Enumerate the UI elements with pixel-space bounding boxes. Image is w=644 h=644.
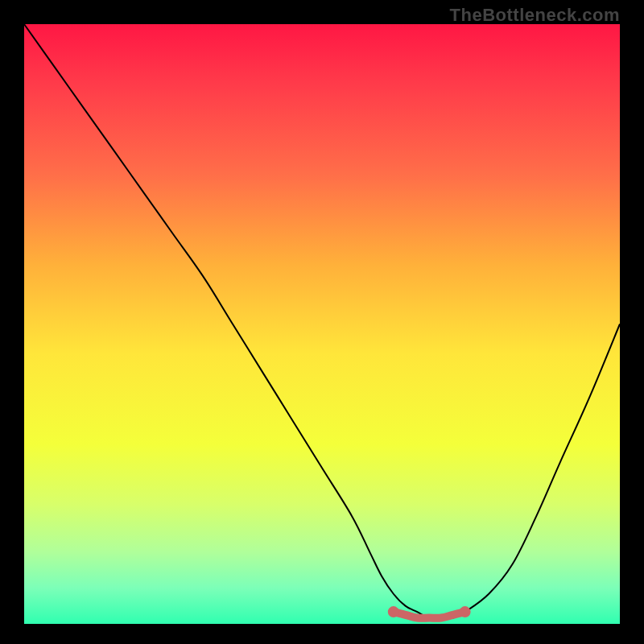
chart-svg bbox=[0, 0, 644, 644]
bottleneck-chart: TheBottleneck.com bbox=[0, 0, 644, 644]
highlight-endpoint bbox=[460, 606, 471, 617]
highlight-endpoint bbox=[388, 606, 399, 617]
watermark-label: TheBottleneck.com bbox=[450, 5, 620, 26]
gradient-background bbox=[24, 24, 620, 624]
